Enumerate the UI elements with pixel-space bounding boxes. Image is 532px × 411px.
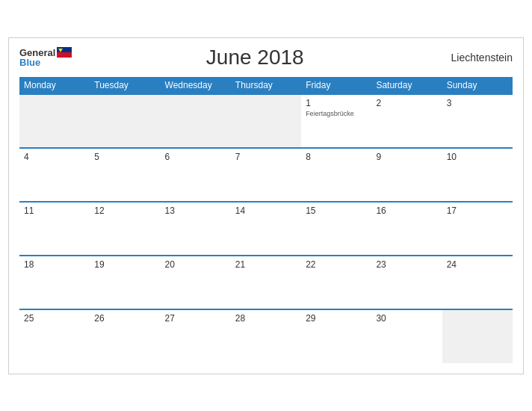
calendar-cell: [161, 94, 231, 148]
calendar-cell: 7: [231, 148, 301, 202]
weekday-header-tuesday: Tuesday: [90, 77, 160, 94]
calendar-cell: 14: [231, 202, 301, 256]
day-number: 22: [306, 259, 367, 270]
calendar-grid: MondayTuesdayWednesdayThursdayFridaySatu…: [19, 77, 513, 363]
day-number: 15: [306, 206, 367, 216]
calendar-cell: 1Feiertagsbrücke: [301, 94, 371, 148]
calendar-cell: 4: [19, 148, 90, 202]
calendar-week-row: 11121314151617: [19, 202, 513, 256]
day-number: 29: [306, 313, 367, 324]
calendar-cell: 10: [442, 148, 513, 202]
calendar-week-row: 252627282930: [19, 309, 513, 363]
weekday-header-monday: Monday: [19, 77, 90, 94]
calendar-cell: 18: [19, 256, 90, 309]
day-number: 10: [447, 152, 508, 162]
calendar-cell: [19, 94, 90, 148]
calendar-cell: 3: [442, 94, 513, 148]
calendar-cell: 22: [301, 256, 371, 309]
calendar-cell: 12: [90, 202, 160, 256]
calendar-cell: [90, 94, 160, 148]
calendar-cell: 23: [371, 256, 442, 309]
calendar-cell: 28: [231, 309, 301, 363]
weekday-header-friday: Friday: [301, 77, 371, 94]
day-number: 5: [94, 152, 155, 162]
day-number: 13: [165, 206, 226, 216]
calendar-cell: 13: [161, 202, 231, 256]
day-number: 1: [306, 98, 367, 108]
day-number: 9: [376, 152, 437, 162]
logo-blue-text: Blue: [19, 58, 72, 67]
svg-rect-1: [57, 52, 72, 58]
calendar-title: June 2018: [72, 46, 438, 69]
day-number: 17: [447, 206, 508, 216]
calendar-cell: [442, 309, 513, 363]
day-number: 27: [165, 313, 226, 324]
holiday-name: Feiertagsbrücke: [306, 110, 367, 117]
day-number: 2: [376, 98, 437, 108]
day-number: 24: [447, 259, 508, 270]
calendar-container: General Blue June 2018 Liechtenstein Mon…: [8, 37, 524, 374]
country-name: Liechtenstein: [438, 52, 513, 64]
day-number: 19: [94, 259, 155, 270]
weekday-header-saturday: Saturday: [371, 77, 442, 94]
day-number: 3: [447, 98, 508, 108]
day-number: 28: [235, 313, 297, 324]
calendar-cell: 8: [301, 148, 371, 202]
calendar-cell: 29: [301, 309, 371, 363]
calendar-cell: 24: [442, 256, 513, 309]
calendar-cell: 16: [371, 202, 442, 256]
calendar-cell: 2: [371, 94, 442, 148]
calendar-cell: 15: [301, 202, 371, 256]
day-number: 18: [24, 259, 85, 270]
calendar-cell: 11: [19, 202, 90, 256]
day-number: 4: [24, 152, 85, 162]
weekday-header-row: MondayTuesdayWednesdayThursdayFridaySatu…: [19, 77, 513, 94]
weekday-header-sunday: Sunday: [442, 77, 513, 94]
day-number: 26: [94, 313, 155, 324]
calendar-cell: 9: [371, 148, 442, 202]
day-number: 20: [165, 259, 226, 270]
day-number: 23: [376, 259, 437, 270]
calendar-cell: [231, 94, 301, 148]
weekday-header-thursday: Thursday: [231, 77, 301, 94]
logo: General Blue: [19, 47, 72, 67]
calendar-cell: 5: [90, 148, 160, 202]
logo-flag-icon: [57, 47, 72, 58]
day-number: 30: [376, 313, 437, 324]
logo-general-text: General: [19, 48, 55, 58]
day-number: 8: [306, 152, 367, 162]
calendar-week-row: 45678910: [19, 148, 513, 202]
day-number: 25: [24, 313, 85, 324]
calendar-cell: 25: [19, 309, 90, 363]
day-number: 14: [235, 206, 297, 216]
calendar-week-row: 18192021222324: [19, 256, 513, 309]
day-number: 7: [235, 152, 297, 162]
calendar-cell: 17: [442, 202, 513, 256]
day-number: 21: [235, 259, 297, 270]
weekday-header-wednesday: Wednesday: [161, 77, 231, 94]
calendar-cell: 19: [90, 256, 160, 309]
calendar-header: General Blue June 2018 Liechtenstein: [19, 46, 513, 69]
day-number: 12: [94, 206, 155, 216]
calendar-cell: 27: [161, 309, 231, 363]
calendar-cell: 26: [90, 309, 160, 363]
calendar-cell: 30: [371, 309, 442, 363]
day-number: 16: [376, 206, 437, 216]
calendar-cell: 6: [161, 148, 231, 202]
calendar-week-row: 1Feiertagsbrücke23: [19, 94, 513, 148]
day-number: 6: [165, 152, 226, 162]
calendar-cell: 21: [231, 256, 301, 309]
day-number: 11: [24, 206, 85, 216]
calendar-cell: 20: [161, 256, 231, 309]
